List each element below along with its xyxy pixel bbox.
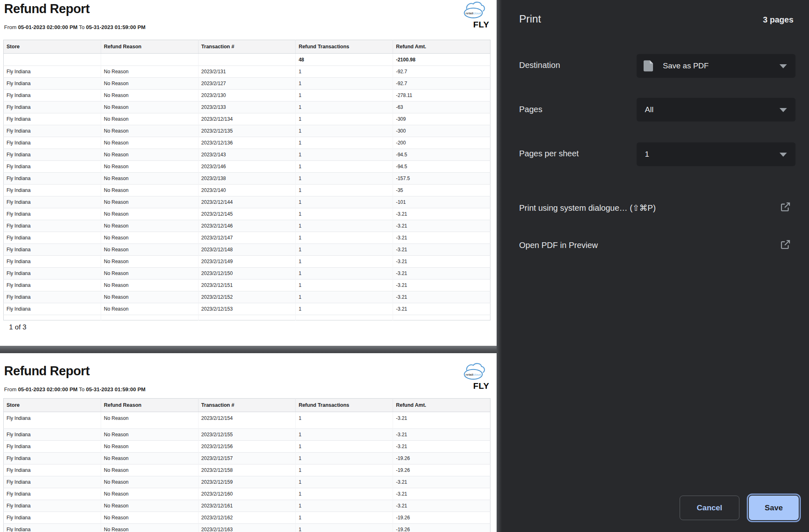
table-cell: No Reason xyxy=(101,101,198,113)
table-cell: 1 xyxy=(296,280,393,291)
destination-value: Save as PDF xyxy=(663,54,709,78)
table-cell: 1 xyxy=(296,101,393,113)
preview-page-2: Refund Report retailcloud FLY From 05-01… xyxy=(0,353,497,532)
col-header-refund-amt: Refund Amt. xyxy=(393,399,490,412)
table-cell: 1 xyxy=(296,78,393,90)
table-cell: -92.7 xyxy=(393,66,490,78)
table-row: Fly IndianaNo Reason2023/2/12/1581-19.26 xyxy=(4,464,490,476)
table-cell: 2023/2/12/148 xyxy=(198,244,296,256)
table-cell: 1 xyxy=(296,196,393,208)
table-cell: 1 xyxy=(296,512,393,524)
table-row: Fly IndianaNo Reason2023/2/12/1491-3.21 xyxy=(4,256,490,268)
table-cell: 2023/2/12/151 xyxy=(198,280,296,291)
table-row: Fly IndianaNo Reason2023/2/12/1471-3.21 xyxy=(4,232,490,244)
chevron-down-icon xyxy=(780,108,787,112)
table-cell: No Reason xyxy=(101,441,198,453)
table-cell: -3.21 xyxy=(393,500,490,512)
svg-text:retailcloud: retailcloud xyxy=(466,373,481,376)
save-button[interactable]: Save xyxy=(749,496,799,520)
print-system-dialog-link[interactable]: Print using system dialogue… (⇧⌘P) xyxy=(519,203,656,213)
open-in-new-icon[interactable] xyxy=(780,239,791,250)
table-cell: -19.26 xyxy=(393,512,490,524)
table-cell: 2023/2/12/158 xyxy=(198,464,296,476)
pages-dropdown[interactable]: All xyxy=(637,98,795,122)
table-bottom-spacer xyxy=(4,315,490,320)
table-cell: 2023/2/12/155 xyxy=(198,429,296,441)
refund-report-table: Store Refund Reason Transaction # Refund… xyxy=(3,398,490,532)
table-cell: -3.21 xyxy=(393,208,490,220)
table-row: Fly IndianaNo Reason2023/2/12/1561-3.21 xyxy=(4,441,490,453)
table-cell: No Reason xyxy=(101,208,198,220)
table-cell: Fly Indiana xyxy=(4,113,101,125)
table-cell: 1 xyxy=(296,500,393,512)
table-row: Fly IndianaNo Reason2023/2/12/1611-3.21 xyxy=(4,500,490,512)
print-preview-area: Refund Report retailcloud FLY From 05-01… xyxy=(0,0,497,532)
table-cell: 2023/2/12/135 xyxy=(198,125,296,137)
table-cell: 2023/2/146 xyxy=(198,161,296,173)
table-cell: Fly Indiana xyxy=(4,66,101,78)
table-cell: -3.21 xyxy=(393,268,490,280)
pages-label: Pages xyxy=(519,105,542,114)
table-cell: -35 xyxy=(393,185,490,196)
table-cell: Fly Indiana xyxy=(4,196,101,208)
open-pdf-preview-link[interactable]: Open PDF in Preview xyxy=(519,241,598,250)
table-cell: No Reason xyxy=(101,137,198,149)
table-cell: 2023/2/12/162 xyxy=(198,512,296,524)
table-cell: No Reason xyxy=(101,512,198,524)
destination-label: Destination xyxy=(519,61,560,70)
table-cell: 2023/2/130 xyxy=(198,90,296,101)
table-cell: -19.26 xyxy=(393,464,490,476)
destination-dropdown[interactable]: Save as PDF xyxy=(637,54,795,78)
table-cell: No Reason xyxy=(101,113,198,125)
table-row: Fly IndianaNo Reason2023/2/12/1351-300 xyxy=(4,125,490,137)
table-cell: 2023/2/138 xyxy=(198,173,296,185)
col-header-refund-reason: Refund Reason xyxy=(101,399,198,412)
table-cell: -309 xyxy=(393,113,490,125)
table-cell: No Reason xyxy=(101,476,198,488)
table-cell: 2023/2/12/147 xyxy=(198,232,296,244)
table-cell: 1 xyxy=(296,173,393,185)
table-cell: Fly Indiana xyxy=(4,173,101,185)
table-cell: -3.21 xyxy=(393,488,490,500)
table-cell: 1 xyxy=(296,125,393,137)
table-cell: 2023/2/12/154 xyxy=(198,412,296,429)
to-date: 05-31-2023 01:59:00 PM xyxy=(86,386,145,392)
table-cell: Fly Indiana xyxy=(4,280,101,291)
cancel-button[interactable]: Cancel xyxy=(680,496,739,520)
table-cell: 1 xyxy=(296,232,393,244)
table-cell: No Reason xyxy=(101,291,198,303)
table-row: Fly IndianaNo Reason2023/2/12/1451-3.21 xyxy=(4,208,490,220)
table-cell: 1 xyxy=(296,161,393,173)
table-cell xyxy=(4,54,101,66)
table-cell: 2023/2/12/149 xyxy=(198,256,296,268)
table-cell: Fly Indiana xyxy=(4,303,101,315)
table-cell: Fly Indiana xyxy=(4,78,101,90)
table-cell: Fly Indiana xyxy=(4,476,101,488)
table-cell: 1 xyxy=(296,113,393,125)
table-cell: 1 xyxy=(296,149,393,161)
table-cell: -3.21 xyxy=(393,412,490,429)
table-cell: Fly Indiana xyxy=(4,429,101,441)
col-header-refund-reason: Refund Reason xyxy=(101,40,198,54)
table-cell: -3.21 xyxy=(393,476,490,488)
table-cell: 1 xyxy=(296,429,393,441)
table-cell: Fly Indiana xyxy=(4,137,101,149)
summary-refund-amt: -2100.98 xyxy=(393,54,490,66)
table-cell: -101 xyxy=(393,196,490,208)
to-date: 05-31-2023 01:59:00 PM xyxy=(86,24,145,30)
preview-page-1: Refund Report retailcloud FLY From 05-01… xyxy=(0,0,497,346)
table-cell: No Reason xyxy=(101,412,198,429)
pdf-file-icon xyxy=(644,60,653,72)
table-row: Fly IndianaNo Reason2023/2/1271-92.7 xyxy=(4,78,490,90)
table-row: Fly IndianaNo Reason2023/2/12/1601-3.21 xyxy=(4,488,490,500)
pages-per-sheet-dropdown[interactable]: 1 xyxy=(637,142,795,166)
open-in-new-icon[interactable] xyxy=(780,201,791,212)
table-cell: No Reason xyxy=(101,232,198,244)
cloud-logo-icon: retailcloud xyxy=(461,362,486,380)
table-cell: No Reason xyxy=(101,464,198,476)
svg-text:retailcloud: retailcloud xyxy=(466,11,481,15)
table-cell: No Reason xyxy=(101,90,198,101)
from-label: From xyxy=(4,386,16,392)
table-cell: -63 xyxy=(393,101,490,113)
table-cell: 2023/2/12/145 xyxy=(198,208,296,220)
